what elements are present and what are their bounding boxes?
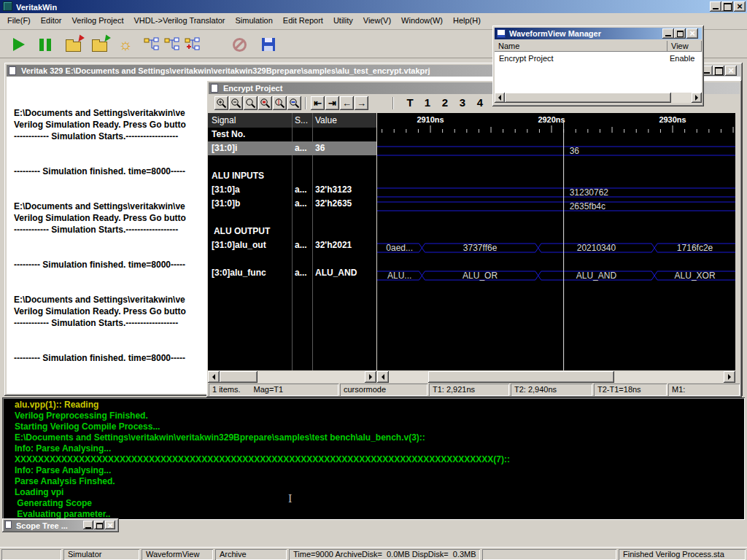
compile-console[interactable]: alu.vpp(1):: ReadingVerilog Preprocessin… [2, 397, 745, 520]
run-button[interactable] [9, 34, 29, 55]
manager-column-view[interactable]: View [667, 41, 702, 52]
app-maximize-button[interactable] [721, 1, 733, 12]
waveform-statusbar: 1 items.Mag=T1cursormodeT1: 2,921nsT2: 2… [209, 384, 740, 396]
signal-row[interactable]: Test No. [208, 128, 376, 141]
menu-item-utility[interactable]: Utility [328, 13, 358, 28]
header-value[interactable]: Value [315, 115, 337, 125]
veritak-maximize-button[interactable] [713, 66, 724, 76]
manager-close-button[interactable] [686, 28, 698, 39]
menu-item-edit-report[interactable]: Edit Report [278, 13, 328, 28]
scope-tree-window[interactable]: Scope Tree ... [2, 518, 119, 532]
zoom-previous-button[interactable] [258, 96, 272, 110]
signal-row[interactable]: [3:0]alu_funca...ALU_AND [208, 266, 376, 280]
veritak-close-button[interactable] [725, 66, 737, 76]
zoom-all-button[interactable] [244, 96, 258, 110]
scrollbar-thumb[interactable] [505, 93, 671, 103]
signal-row[interactable]: [31:0]alu_outa...32'h2021 [208, 238, 376, 252]
marker-button-4[interactable]: 4 [473, 96, 487, 110]
manager-restore-button[interactable] [674, 28, 686, 39]
menu-item-verilog-project[interactable]: Verilog Project [67, 13, 129, 28]
marker-button-t[interactable]: T [403, 96, 417, 110]
scrollbar-thumb[interactable] [428, 371, 614, 383]
signal-type: a... [295, 238, 307, 252]
scope-restore-button[interactable] [94, 521, 104, 529]
manager-minimize-button[interactable] [662, 28, 674, 39]
goto-first-edge-button[interactable]: ⇤ [311, 96, 325, 110]
scroll-left-button[interactable] [208, 371, 220, 383]
svg-text:ALU_XOR: ALU_XOR [675, 271, 716, 281]
hierarchy-view-button[interactable] [142, 34, 162, 55]
signal-hscrollbar[interactable] [208, 371, 376, 383]
manager-project-list[interactable]: Encrypt Project Enable [495, 52, 702, 93]
signal-row[interactable]: [31:0]aa...32'h3123 [208, 183, 376, 197]
manager-titlebar[interactable]: WaveformView Manager [495, 28, 702, 39]
app-minimize-button[interactable] [710, 1, 721, 12]
menu-item-window-w-[interactable]: Window(W) [396, 13, 448, 28]
save-project-button[interactable] [89, 34, 109, 55]
tree-icon [164, 36, 180, 52]
waveform-hscrollbar[interactable] [377, 371, 735, 383]
save-button[interactable] [258, 34, 279, 55]
signal-row[interactable]: ALU OUTPUT [208, 225, 376, 238]
scroll-right-button[interactable] [692, 93, 702, 103]
scrollbar-thumb[interactable] [220, 371, 258, 383]
signal-row[interactable]: ALU INPUTS [208, 169, 376, 183]
scroll-right-button[interactable] [365, 371, 376, 383]
scroll-left-button[interactable] [377, 371, 389, 383]
marker-button-2[interactable]: 2 [438, 96, 452, 110]
signal-name: [31:0]i [212, 141, 237, 155]
magnifier-icon [289, 98, 300, 109]
scope-tree-titlebar[interactable]: Scope Tree ... [4, 520, 117, 531]
app-close-button[interactable] [734, 1, 746, 12]
scope-minimize-button[interactable] [83, 521, 93, 529]
signal-row[interactable]: [31:0]ba...32'h2635 [208, 197, 376, 211]
settings-button[interactable]: ☼ [115, 34, 136, 55]
pause-button[interactable] [35, 34, 55, 55]
menu-item-help-h-[interactable]: Help(H) [448, 13, 486, 28]
menu-item-vhdl-verilog-translator[interactable]: VHDL->Verilog Translator [128, 13, 230, 28]
svg-text:20210340: 20210340 [577, 243, 616, 253]
document-icon [211, 84, 218, 93]
header-signal[interactable]: Signal [212, 115, 236, 125]
svg-text:ALU_OR: ALU_OR [462, 271, 498, 281]
menu-item-simulation[interactable]: Simulation [231, 13, 278, 28]
magnifier-icon [274, 98, 285, 109]
next-transition-button[interactable]: → [355, 96, 368, 110]
marker-button-1[interactable]: 1 [420, 96, 435, 110]
goto-last-edge-button[interactable]: ⇥ [325, 96, 339, 110]
svg-text:1716fc2e: 1716fc2e [677, 243, 713, 253]
menu-item-view-v-[interactable]: View(V) [358, 13, 396, 28]
stop-button[interactable] [229, 34, 249, 55]
manager-title: WaveformView Manager [509, 29, 601, 38]
header-status[interactable]: S... [295, 115, 308, 125]
magnifier-icon [245, 98, 256, 109]
zoom-selection-button[interactable] [287, 96, 301, 110]
signal-list-panel[interactable]: Signal S... Value Test No.[31:0]ia...36A… [208, 113, 376, 370]
zoom-cursor-button[interactable] [273, 96, 287, 110]
marker-button-3[interactable]: 3 [455, 96, 470, 110]
scroll-right-button[interactable] [724, 371, 735, 383]
add-waveform-button[interactable] [182, 34, 203, 55]
status-items-panel: 1 items.Mag=T1 [209, 384, 338, 396]
manager-project-row[interactable]: Encrypt Project Enable [495, 54, 702, 64]
arrow-to-start-icon: ⇤ [314, 96, 322, 110]
scope-close-button[interactable] [105, 521, 115, 529]
prev-transition-button[interactable]: ← [340, 96, 354, 110]
pause-icon [39, 39, 51, 51]
zoom-in-button[interactable] [214, 96, 228, 110]
manager-column-name[interactable]: Name [495, 41, 667, 52]
app-titlebar[interactable]: VeritakWin [0, 0, 747, 13]
scroll-left-button[interactable] [495, 93, 505, 103]
signal-name: ALU OUTPUT [212, 225, 270, 238]
zoom-out-button[interactable] [229, 96, 243, 110]
console-output: alu.vpp(1):: ReadingVerilog Preprocessin… [2, 397, 745, 520]
menu-item-editor[interactable]: Editor [36, 13, 67, 28]
menu-item-file-f-[interactable]: File(F) [2, 13, 36, 28]
magnifier-icon [260, 98, 271, 109]
manager-hscrollbar[interactable] [495, 93, 702, 103]
waveform-canvas[interactable]: 2910ns2920ns2930ns36312307622635fb4c0aed… [377, 113, 735, 370]
gear-icon: ☼ [118, 35, 132, 54]
open-project-button[interactable] [63, 34, 83, 55]
scope-tree-button[interactable] [162, 34, 182, 55]
signal-row[interactable]: [31:0]ia...36 [208, 141, 376, 155]
